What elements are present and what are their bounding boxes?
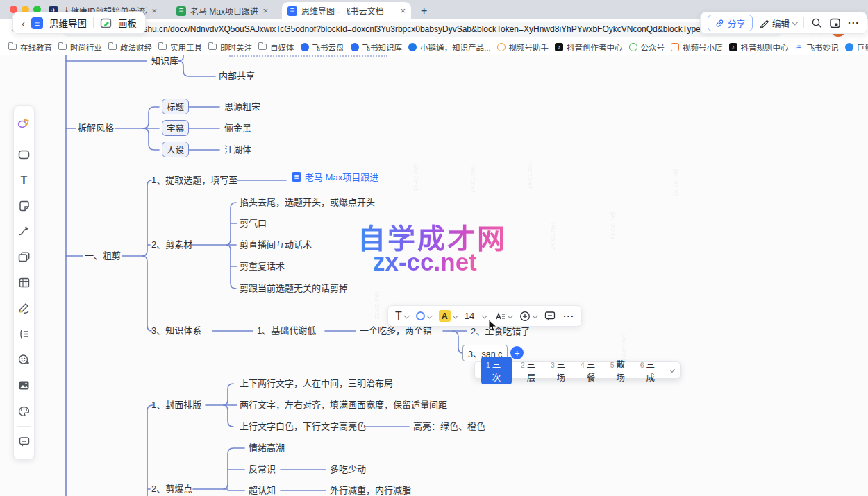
mindmap-node[interactable]: 1、封面排版 [151,400,201,411]
mindmap-box-node[interactable]: 人设 [162,142,189,157]
new-tab-button[interactable]: + [415,2,432,19]
ime-candidate-selected[interactable]: 1三次 [481,357,512,384]
bookmark-link[interactable]: 公众号 [629,42,665,53]
mindmap-node[interactable]: 2、剪素材 [151,239,192,250]
browser-tab-2[interactable]: ≣ 老马 Max项目跟进 - 飞书云文 × [171,2,274,19]
board-tab-label[interactable]: 画板 [118,16,137,30]
ime-candidate[interactable]: 2三层 [521,357,542,384]
font-size-dropdown[interactable]: 14 [465,311,486,321]
text-style-dropdown[interactable]: T [395,310,408,323]
mindmap-node[interactable]: 知识库 [151,55,178,67]
mindmap-node[interactable]: 3、知识体系 [151,325,201,336]
mindmap-node[interactable]: 江湖体 [224,144,251,155]
bookmark-folder[interactable]: 在线教育 [8,42,52,53]
bookmark-link[interactable]: 小鹅通，知识产品... [408,42,491,53]
douyin-icon: ♪ [555,43,563,51]
select-shapes-tool[interactable] [13,111,35,137]
mindmap-node[interactable]: 1、提取选题，填写至 [151,175,237,186]
comment-tool[interactable] [13,429,35,454]
bookmark-link[interactable]: 视频号助手 [497,42,549,53]
mindmap-node[interactable]: 2、剪爆点 [151,484,192,495]
mindmap-box-node[interactable]: 字幕 [162,120,189,136]
bookmark-folder[interactable]: 自媒体 [258,42,294,53]
comment-button[interactable] [544,311,556,321]
mindmap-node[interactable]: 2、主食吃错了 [471,326,530,337]
browser-tab-3-active[interactable]: ≣ 思维导图 - 飞书云文档 × [282,2,411,19]
tab-close-icon[interactable]: × [400,6,406,16]
mindmap-node[interactable]: 剪跟当前选题无关的话剪掉 [240,283,348,294]
back-chevron-icon[interactable]: ‹ [22,17,25,29]
more-options-button[interactable]: ··· [563,311,574,321]
mindmap-node[interactable]: 剪气口 [240,218,267,229]
tiled-watermark: zx-cc.net [526,161,533,189]
bookmark-link[interactable]: 视频号小店 [671,42,723,53]
whiteboard-canvas[interactable]: zx-cc.net zx-cc.net zx-cc.net zx-cc.net … [0,55,868,496]
ime-candidate[interactable]: 3三场 [551,357,571,384]
mindmap-node[interactable]: 1、基础代谢低 [257,325,316,336]
text-tool[interactable]: T [13,167,35,193]
shape-color-icon [416,311,425,320]
address-bar[interactable]: gwv82m0rqrk.feishu.cn/docx/NdnvdvXQ5ouSA… [61,22,783,37]
mindmap-node[interactable]: 一、粗剪 [85,250,121,262]
emoji-tool[interactable] [13,347,35,373]
mindmap-node[interactable]: 掐头去尾，选题开头，或爆点开头 [240,197,375,208]
bookmark-link[interactable]: ♪抖音创作者中心 [555,42,623,53]
present-icon[interactable] [829,17,841,29]
more-menu-button[interactable]: ··· [848,17,860,28]
tab-title: 老马 Max项目跟进 - 飞书云文 [190,5,258,17]
doc-link-icon: ≣ [292,172,301,182]
image-tool[interactable] [13,373,35,398]
mindmap-box-node[interactable]: 标题 [162,99,189,114]
mindmap-node[interactable]: 反常识 [249,464,276,475]
mindmap-node[interactable]: 剪重复话术 [240,261,285,272]
mindmap-node[interactable]: 高亮：绿色、橙色 [413,421,485,432]
sticky-note-tool[interactable] [13,193,35,219]
table-tool[interactable] [13,270,35,296]
bookmark-link[interactable]: 巨量算数 [845,42,868,53]
bookmark-folder[interactable]: 政法财经 [108,42,152,53]
mindmap-node[interactable]: 两行文字，左右对齐，填满画面宽度，保留适量间距 [240,400,447,411]
bookmark-folder[interactable]: 即时关注 [208,42,252,53]
mindmap-node[interactable]: 外行减重，内行减脂 [330,485,411,496]
font-color-dropdown[interactable]: A [439,310,457,322]
ime-expand-chevron-icon[interactable] [669,367,675,373]
ime-candidate[interactable]: 4三餐 [581,357,601,384]
ime-candidate[interactable]: 5散场 [610,357,631,384]
mindmap-node[interactable]: 剪直播间互动话术 [240,239,312,250]
theme-palette-tool[interactable] [13,398,35,424]
bookmark-folder[interactable]: 时尚行业 [58,42,102,53]
frame-tool[interactable] [13,244,35,270]
tiled-watermark: zx-cc.net [609,212,617,239]
mindmap-link-node[interactable]: ≣ 老马 Max项目跟进 [292,170,378,183]
mindmap-node[interactable]: 超认知 [249,485,276,496]
mindmap-node[interactable]: 上下两行文字，人在中间，三明治布局 [240,378,393,389]
mindmap-node[interactable]: 多吃少动 [330,464,366,475]
bookmark-link[interactable]: ♒飞书妙记 [795,42,839,53]
edit-mode-dropdown[interactable]: 编辑 [760,17,796,30]
ime-candidate[interactable]: 6三成 [640,357,661,384]
mindmap-node[interactable]: 拆解风格 [78,123,114,134]
draw-pen-tool[interactable] [13,296,35,321]
tab-close-icon[interactable]: × [262,6,268,16]
mindmap-node[interactable]: 俪金黑 [224,123,251,134]
connector-tool[interactable] [13,219,35,244]
rectangle-tool[interactable] [13,142,35,167]
bookmark-link[interactable]: ♪抖音规则中心 [729,42,789,53]
floating-text-toolbar: T A 14 ··· [387,305,582,327]
mindmap-node[interactable]: 内部共享 [219,71,255,82]
search-icon[interactable] [811,17,822,28]
bookmark-folder[interactable]: 实用工具 [158,42,202,53]
mindmap-tool[interactable] [13,321,35,347]
xiaoetong-icon [408,43,417,51]
mindmap-node[interactable]: 情绪高潮 [249,443,285,454]
mindmap-node[interactable]: 一个吃多，两个错 [360,325,432,336]
share-button[interactable]: 分享 [708,15,753,31]
bookmark-link[interactable]: 飞书知识库 [351,42,403,53]
bookmark-link[interactable]: 飞书云盘 [301,42,344,53]
insert-dropdown[interactable] [519,311,537,322]
connector-arrow-icon [18,226,30,237]
tab-close-icon[interactable]: × [151,6,157,16]
mindmap-node[interactable]: 上行文字白色，下行文字高亮色 [240,421,366,432]
mindmap-node[interactable]: 思源粗宋 [224,101,260,112]
shape-color-dropdown[interactable] [416,311,431,320]
